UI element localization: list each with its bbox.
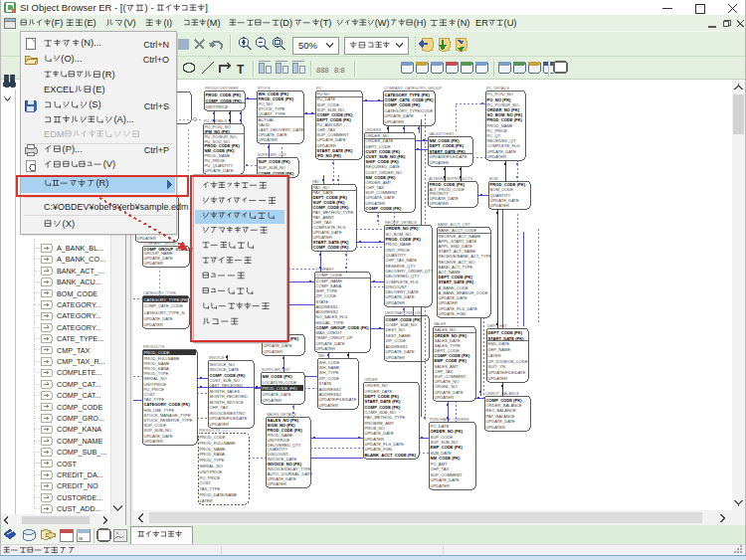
svg-text:ORDER_NO (PK): ORDER_NO (PK) xyxy=(386,226,419,231)
svg-text:COMP_CAT...: COMP_CAT... xyxy=(57,380,101,389)
svg-text:COMP_CODE (PK): COMP_CODE (PK) xyxy=(486,398,523,403)
svg-text:CHP_TAX: CHP_TAX xyxy=(431,467,450,471)
svg-text:COMP_CAT...: COMP_CAT... xyxy=(57,391,101,400)
svg-text:COMPANY_CATEGORY_GROUP: COMPANY_CATEGORY_GROUP xyxy=(384,87,442,91)
svg-text:SUP_SUB_NO: SUP_SUB_NO xyxy=(431,440,459,445)
svg-text:CHP_TAX: CHP_TAX xyxy=(210,405,229,410)
svg-text:COMP_CODE: COMP_CODE xyxy=(316,273,343,278)
svg-text:COMP_CODE (FK): COMP_CODE (FK) xyxy=(365,405,401,410)
svg-text:UPDATE_DATE: UPDATE_DATE xyxy=(205,168,234,173)
svg-text:PROD_NAME: PROD_NAME xyxy=(386,242,412,247)
svg-text:(A)...: (A)... xyxy=(114,114,134,124)
svg-text:DEST_NAME: DEST_NAME xyxy=(386,333,411,338)
svg-text:LAYER: LAYER xyxy=(488,353,501,358)
svg-text:(N): (N) xyxy=(458,18,470,28)
svg-text:ALTERNATE/PRODUCTS: ALTERNATE/PRODUCTS xyxy=(429,177,473,181)
svg-text:TEMP_CREDIT_UP: TEMP_CREDIT_UP xyxy=(316,335,353,340)
svg-text:UPDATE_FGN: UPDATE_FGN xyxy=(439,311,466,316)
svg-text:PROD_KANA: PROD_KANA xyxy=(200,452,226,457)
svg-text:MONTH_SALES: MONTH_SALES xyxy=(210,389,241,394)
svg-text:IFD_NO (FK): IFD_NO (FK) xyxy=(317,153,342,158)
svg-text:CATEGORY...: CATEGORY... xyxy=(57,300,101,309)
svg-text:PU: PU xyxy=(316,87,322,91)
svg-text:COMP_SUB_NO: COMP_SUB_NO xyxy=(365,410,396,415)
svg-text:PROD_FULLNAME: PROD_FULLNAME xyxy=(200,441,236,446)
svg-text:SUP_SUB_NO: SUP_SUB_NO xyxy=(259,165,286,170)
svg-text:(H): (H) xyxy=(414,18,427,28)
svg-text:LOCATION_CODE: LOCATION_CODE xyxy=(263,380,297,385)
svg-text:PAY_BALANCE: PAY_BALANCE xyxy=(486,414,515,419)
svg-text:CATEGORY...: CATEGORY... xyxy=(57,323,101,332)
svg-text:50%: 50% xyxy=(298,40,318,51)
svg-text:PAY_METHOD_TYPE: PAY_METHOD_TYPE xyxy=(365,415,406,420)
svg-text:UPDATE/FILE/DATE: UPDATE/FILE/DATE xyxy=(319,397,357,402)
svg-text:COMP_CATE_CODE (PK): COMP_CATE_CODE (PK) xyxy=(385,97,435,102)
svg-text:UPDATER: UPDATER xyxy=(430,160,449,165)
svg-text:PO_DATE: PO_DATE xyxy=(431,424,450,429)
svg-text:EMP_CODE (FK): EMP_CODE (FK) xyxy=(431,445,464,450)
svg-text:Ctrl+N: Ctrl+N xyxy=(143,40,169,50)
svg-text:SUP_CODE: SUP_CODE xyxy=(431,435,454,440)
svg-text:LAST_RECEIVED: LAST_RECEIVED xyxy=(210,383,243,388)
svg-text:COMPANY: COMPANY xyxy=(315,268,334,272)
svg-text:COMP_NAME: COMP_NAME xyxy=(57,437,103,446)
svg-text:CATEGORY_TYPE/CODE: CATEGORY_TYPE/CODE xyxy=(385,108,434,113)
svg-text:UPDATE_FLG_DATE: UPDATE_FLG_DATE xyxy=(365,442,405,447)
svg-text:UPDATE/FILE/DATE: UPDATE/FILE/DATE xyxy=(488,370,526,375)
svg-text:UNIT_PRICE: UNIT_PRICE xyxy=(386,248,411,253)
svg-text:MONTH_INVOICE: MONTH_INVOICE xyxy=(210,400,244,405)
svg-text:PROD_DATE/NAME: PROD_DATE/NAME xyxy=(200,492,238,497)
svg-text:RECEIP_DETAILS: RECEIP_DETAILS xyxy=(385,221,417,225)
svg-text:888: 888 xyxy=(316,66,329,75)
svg-text:STATE: STATE xyxy=(319,381,332,386)
svg-text:UPDATER: UPDATER xyxy=(144,261,163,266)
svg-text:SO_BOM_NO: SO_BOM_NO xyxy=(386,232,412,237)
svg-text:PROD_TYPE: PROD_TYPE xyxy=(200,458,225,463)
svg-text:WH_CODE: WH_CODE xyxy=(319,360,340,365)
svg-text:ADDRESS2: ADDRESS2 xyxy=(319,392,342,397)
svg-text:COMP_SUB_...: COMP_SUB_... xyxy=(57,448,106,457)
svg-text:UPDATER: UPDATER xyxy=(144,439,163,444)
svg-text:ER: ER xyxy=(475,18,488,28)
svg-text:(V): (V) xyxy=(123,18,135,28)
svg-text:CREDIT_DA...: CREDIT_DA... xyxy=(57,470,103,479)
svg-text:COMP_KANA: COMP_KANA xyxy=(316,283,342,288)
svg-text:SUP_COMMENT: SUP_COMMENT xyxy=(431,472,463,477)
svg-text:UPDATE/FILE/DATE: UPDATE/FILE/DATE xyxy=(430,154,467,159)
svg-text:PURCHASE_ORDERS: PURCHASE_ORDERS xyxy=(430,418,469,422)
svg-text:DEPT_CODE (FK): DEPT_CODE (FK) xyxy=(365,394,400,399)
svg-text:CATEGORY_TYPE_N: CATEGORY_TYPE_N xyxy=(144,310,185,315)
svg-text:START_DATE (PK): START_DATE (PK) xyxy=(430,149,466,154)
svg-text:NM_CODE (PK): NM_CODE (PK) xyxy=(263,374,293,379)
svg-text:BANK_ACT_...: BANK_ACT_... xyxy=(57,267,104,276)
svg-text:WH_TYPE: WH_TYPE xyxy=(319,370,339,375)
svg-text:ADDRESS2: ADDRESS2 xyxy=(316,309,339,314)
svg-text:(S): (S) xyxy=(89,99,100,109)
svg-text:COMPLETE_FLG: COMPLETE_FLG xyxy=(386,280,419,284)
svg-text:(X): (X) xyxy=(63,219,75,229)
svg-text:INVOICE_NO: INVOICE_NO xyxy=(210,362,235,367)
svg-text:PROD_CODE (FK): PROD_CODE (FK) xyxy=(263,386,298,391)
svg-text:DEPT_CODE (PK): DEPT_CODE (PK) xyxy=(430,143,465,148)
svg-text:BANK_ACCT_LIST: BANK_ACCT_LIST xyxy=(438,223,471,227)
svg-text:COMP_KANA: COMP_KANA xyxy=(57,425,101,434)
svg-text:UPDATER: UPDATER xyxy=(210,422,229,427)
svg-text:COMP_CODE (PK): COMP_CODE (PK) xyxy=(206,98,243,103)
svg-text:PAY: PAY xyxy=(312,180,320,184)
svg-text:(T): (T) xyxy=(320,18,332,28)
svg-text:UPDATE_DATE: UPDATE_DATE xyxy=(385,113,414,118)
svg-text:CHP_TAX_RATE: CHP_TAX_RATE xyxy=(386,258,418,263)
svg-text:UPDATE_DATE: UPDATE_DATE xyxy=(486,419,515,424)
svg-text:PO_AMT: PO_AMT xyxy=(431,462,448,467)
svg-text:UPDATER: UPDATER xyxy=(316,346,335,351)
svg-text:COMP_CATE_CODE: COMP_CATE_CODE xyxy=(144,303,184,308)
svg-text:(W): (W) xyxy=(375,18,390,28)
svg-text:STATE: STATE xyxy=(316,299,329,304)
svg-text:COMP_CODE (PK): COMP_CODE (PK) xyxy=(386,317,423,322)
svg-text:ORDER_DATE: ORDER_DATE xyxy=(365,389,393,394)
svg-text:(R): (R) xyxy=(96,178,109,188)
svg-text:TAX_TYPE: TAX_TYPE xyxy=(200,486,221,491)
svg-text:ORDER_NO (FK): ORDER_NO (FK) xyxy=(431,429,464,434)
svg-text:UPDATE_DATE: UPDATE_DATE xyxy=(365,431,394,436)
svg-text:WH: WH xyxy=(318,354,325,358)
